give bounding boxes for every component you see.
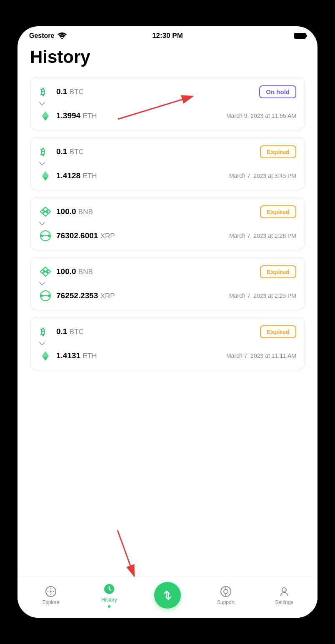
chevron-row <box>39 281 296 287</box>
transaction-card[interactable]: ₿ 0.1 BTC Expired <box>30 137 305 190</box>
nav-history-label: History <box>101 597 117 603</box>
bnb-icon <box>39 205 52 218</box>
chevron-row <box>39 221 296 227</box>
from-amount: 0.1 BTC <box>56 147 84 156</box>
eth-icon <box>39 109 52 122</box>
swap-button[interactable] <box>154 582 181 609</box>
chevron-row <box>39 101 296 107</box>
from-amount-row: 100.0 BNB <box>39 205 93 218</box>
eth-icon <box>39 349 52 362</box>
svg-point-40 <box>224 589 228 594</box>
from-amount: 100.0 BNB <box>56 267 93 276</box>
xrp-icon <box>39 229 52 242</box>
to-amount-row: 76252.2353 XRP <box>39 289 115 302</box>
status-badge: Expired <box>260 325 296 338</box>
xrp-icon <box>39 289 52 302</box>
from-amount-row: ₿ 0.1 BTC <box>39 145 84 158</box>
nav-history[interactable]: History <box>92 583 126 608</box>
to-amount: 1.4128 ETH <box>56 171 97 180</box>
battery-icon <box>294 33 306 39</box>
status-bar: Gestore 12:30 PM <box>18 26 318 43</box>
status-badge: Expired <box>260 145 296 158</box>
transaction-card[interactable]: 100.0 BNB Expired <box>30 197 305 250</box>
svg-marker-33 <box>50 590 52 593</box>
transaction-date: March 7, 2023 at 3:45 PM <box>229 172 296 179</box>
svg-point-43 <box>282 588 286 592</box>
support-icon <box>220 585 232 598</box>
svg-point-14 <box>41 235 43 237</box>
from-amount-row: ₿ 0.1 BTC <box>39 85 84 98</box>
compass-icon <box>45 585 57 598</box>
transaction-date: March 7, 2023 at 2:26 PM <box>229 232 296 239</box>
eth-icon <box>39 169 52 182</box>
transaction-card[interactable]: 100.0 BNB Expired <box>30 257 305 310</box>
from-amount: 0.1 BTC <box>56 87 84 96</box>
to-amount-row: 1.4128 ETH <box>39 169 97 182</box>
nav-explore-label: Explore <box>42 599 60 605</box>
nav-swap[interactable] <box>151 582 184 609</box>
to-amount-row: 1.4131 ETH <box>39 349 97 362</box>
to-amount-row: 1.3994 ETH <box>39 109 97 122</box>
carrier-text: Gestore <box>29 32 54 40</box>
transaction-card[interactable]: ₿ 0.1 BTC On hold <box>30 77 305 130</box>
svg-text:₿: ₿ <box>40 327 45 337</box>
transaction-date: March 7, 2023 at 2:25 PM <box>229 292 296 299</box>
btc-icon: ₿ <box>39 145 52 158</box>
svg-point-22 <box>41 295 43 297</box>
history-icon <box>103 583 115 595</box>
phone-frame: Gestore 12:30 PM History <box>0 0 335 644</box>
svg-point-15 <box>48 235 50 237</box>
chevron-row <box>39 341 296 347</box>
btc-icon: ₿ <box>39 325 52 338</box>
main-content: History ₿ 0.1 BTC On hold <box>18 43 318 576</box>
from-amount-row: ₿ 0.1 BTC <box>39 325 84 338</box>
wifi-icon <box>58 32 67 39</box>
nav-support[interactable]: Support <box>209 585 242 605</box>
nav-active-dot <box>108 605 110 608</box>
transaction-date: March 7, 2023 at 11:11 AM <box>226 352 296 359</box>
to-amount-row: 76302.6001 XRP <box>39 229 115 242</box>
status-badge: Expired <box>260 205 296 218</box>
nav-explore[interactable]: Explore <box>34 585 68 605</box>
phone-screen: Gestore 12:30 PM History <box>18 26 318 618</box>
chevron-row <box>39 161 296 167</box>
svg-text:₿: ₿ <box>40 87 45 97</box>
to-amount: 1.3994 ETH <box>56 111 97 120</box>
bottom-nav: Explore History <box>18 576 318 618</box>
from-amount-row: 100.0 BNB <box>39 265 93 278</box>
to-amount: 76252.2353 XRP <box>56 291 115 300</box>
page-title: History <box>30 47 305 67</box>
settings-icon <box>278 585 290 598</box>
status-badge: On hold <box>259 85 296 98</box>
btc-icon: ₿ <box>39 85 52 98</box>
from-amount: 100.0 BNB <box>56 207 93 216</box>
nav-settings[interactable]: Settings <box>268 585 301 605</box>
nav-settings-label: Settings <box>275 599 293 605</box>
to-amount: 1.4131 ETH <box>56 351 97 360</box>
svg-point-23 <box>48 295 50 297</box>
transaction-date: March 9, 2023 at 11:55 AM <box>226 112 296 119</box>
nav-support-label: Support <box>217 599 235 605</box>
status-badge: Expired <box>260 265 296 278</box>
svg-text:₿: ₿ <box>40 147 45 157</box>
to-amount: 76302.6001 XRP <box>56 231 115 240</box>
status-time: 12:30 PM <box>152 32 183 40</box>
bnb-icon <box>39 265 52 278</box>
transaction-card[interactable]: ₿ 0.1 BTC Expired <box>30 317 305 370</box>
from-amount: 0.1 BTC <box>56 327 84 336</box>
svg-point-0 <box>61 38 63 39</box>
